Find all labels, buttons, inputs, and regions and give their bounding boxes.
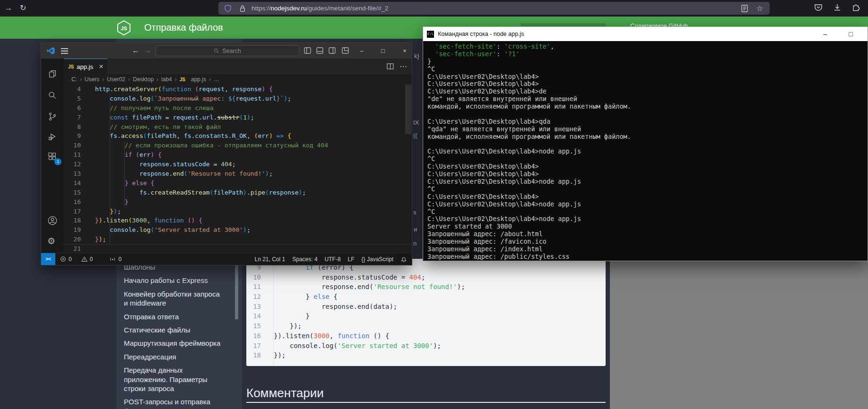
sidebar-item[interactable]: Передача данных приложению. Параметры ст…: [124, 366, 221, 393]
terminal-output[interactable]: 'sec-fetch-site': 'cross-site', 'sec-fet…: [423, 41, 868, 261]
notifications-bell-icon[interactable]: [400, 256, 407, 263]
downloads-icon[interactable]: [833, 3, 842, 12]
token: createServer: [113, 85, 158, 93]
toggle-secondary-sidebar-icon[interactable]: [329, 47, 336, 54]
sidebar-item[interactable]: Переадресация: [124, 352, 221, 361]
language-mode[interactable]: {} JavaScript: [362, 256, 393, 263]
code-line: if (err) {: [95, 150, 328, 160]
terminal-text: C:\Users\User02\Desktop\lab4>: [427, 73, 539, 80]
minimize-button[interactable]: –: [815, 27, 836, 41]
explorer-icon[interactable]: [47, 69, 58, 79]
nav-forward-icon[interactable]: →: [144, 46, 152, 55]
token: =>: [277, 132, 284, 139]
line-number: 17: [64, 207, 81, 216]
breadcrumb-item[interactable]: Users: [85, 76, 99, 83]
code-line: // получаем путь после слеша: [95, 103, 328, 113]
tab-close-icon[interactable]: ✕: [99, 63, 104, 70]
minimap-line: [374, 105, 403, 106]
sidebar-item[interactable]: Отправка ответа: [124, 312, 221, 321]
account-icon[interactable]: [47, 215, 58, 226]
breadcrumb-item[interactable]: lab4: [161, 76, 172, 83]
breadcrumb-item[interactable]: …: [214, 76, 219, 83]
lock-icon[interactable]: [239, 5, 246, 12]
text-fragment: IX: [413, 119, 419, 126]
toggle-sidebar-icon[interactable]: [304, 47, 311, 54]
terminal-text: C:\Users\User02\Desktop\lab4>node app.js: [427, 147, 581, 155]
split-editor-icon[interactable]: [387, 63, 394, 69]
line-number: 13: [246, 302, 267, 312]
bookmark-star-icon[interactable]: ☆: [756, 4, 763, 13]
warning-count[interactable]: 0: [90, 256, 93, 263]
command-center-search[interactable]: Search: [156, 45, 299, 56]
nav-forward-icon[interactable]: →: [5, 3, 12, 13]
minimap-line: [374, 87, 403, 88]
source-control-icon[interactable]: [47, 111, 58, 122]
breadcrumb-item[interactable]: User02: [107, 76, 125, 83]
reload-icon[interactable]: ↻: [20, 3, 26, 13]
toggle-panel-icon[interactable]: [316, 47, 323, 54]
sidebar-item[interactable]: Статические файлы: [124, 325, 221, 334]
customize-layout-icon[interactable]: [342, 47, 349, 54]
token: fs: [184, 132, 191, 139]
token: err: [258, 132, 269, 139]
text-fragment: s: [413, 209, 417, 216]
terminal-text: C:\Users\User02\Desktop\lab4>: [427, 170, 539, 178]
url-bar[interactable]: https://nodejsdev.ru/guides/metanit/send…: [218, 2, 770, 15]
breadcrumb-item[interactable]: Desktop: [133, 76, 154, 83]
reader-view-icon[interactable]: [741, 5, 748, 12]
sidebar-item[interactable]: Начало работы с Express: [124, 276, 221, 285]
cmd-window-title: Командная строка - node app.js: [438, 31, 524, 37]
terminal-line: командой, исполняемой программой или пак…: [427, 103, 863, 111]
token: 3000: [132, 217, 147, 224]
terminal-line: Запрошенный адрес: /index.html: [427, 246, 863, 253]
tab-appjs[interactable]: JS app.js ✕: [64, 59, 107, 74]
minimap[interactable]: [374, 87, 403, 117]
cmd-titlebar[interactable]: C:\ Командная строка - node app.js – □: [423, 27, 868, 41]
menu-icon[interactable]: [61, 48, 68, 55]
breadcrumb[interactable]: C:›Users›User02›Desktop›lab4›JSapp.js›…: [64, 74, 412, 85]
token: response: [139, 170, 169, 177]
cursor-position[interactable]: Ln 21, Col 1: [255, 256, 286, 263]
line-number: 20: [64, 235, 81, 244]
sidebar-item[interactable]: Маршрутизация фреймворка: [124, 339, 221, 348]
vscode-titlebar[interactable]: ← → Search – □ ×: [41, 43, 412, 59]
ports-count[interactable]: 0: [118, 256, 122, 263]
pocket-icon[interactable]: [814, 3, 823, 12]
eol-sequence[interactable]: LF: [348, 256, 355, 263]
remote-indicator[interactable]: ><: [41, 253, 55, 265]
error-count[interactable]: 0: [69, 256, 72, 263]
run-debug-icon[interactable]: [47, 132, 58, 142]
token: [195, 217, 199, 224]
tracking-shield-icon[interactable]: [224, 5, 232, 12]
code-lines: http.createServer(function (request, res…: [95, 85, 328, 253]
indentation[interactable]: Spaces: 4: [292, 256, 317, 263]
token: }: [110, 208, 113, 215]
sidebar-scrollbar[interactable]: [235, 260, 238, 319]
code-editor[interactable]: 456789101112131415161718192021 http.crea…: [64, 85, 412, 253]
sidebar-item[interactable]: POST-запросы и отправка форм: [124, 397, 221, 409]
code-line: http.createServer(function (request, res…: [95, 85, 328, 94]
article-code-line: 16}).listen(3000, function () {: [246, 331, 606, 341]
minimize-button[interactable]: –: [355, 43, 369, 59]
maximize-button[interactable]: □: [840, 27, 861, 41]
maximize-button[interactable]: □: [376, 43, 390, 59]
token: const: [110, 114, 128, 121]
editor-scrollbar[interactable]: [405, 85, 411, 134]
code-line: response.statusCode = 404;: [95, 160, 328, 169]
extensions-puzzle-icon[interactable]: [852, 3, 860, 12]
nav-back-icon[interactable]: ←: [132, 46, 139, 55]
token: ): [269, 132, 273, 139]
token: ;: [287, 95, 291, 102]
more-actions-icon[interactable]: ⋯: [399, 62, 407, 71]
terminal-text: ^C: [427, 185, 435, 193]
search-icon[interactable]: [47, 90, 58, 101]
close-button[interactable]: ×: [398, 43, 412, 59]
breadcrumb-item[interactable]: app.js: [191, 76, 206, 83]
settings-gear-icon[interactable]: ⚙: [47, 236, 55, 247]
token: response: [232, 85, 262, 93]
sidebar-item[interactable]: Конвейер обработки запроса и middleware: [124, 290, 221, 308]
terminal-text: C:\Users\User02\Desktop\lab4>: [427, 80, 539, 87]
encoding[interactable]: UTF-8: [325, 256, 341, 263]
article-code-line: 12 } else {: [246, 292, 606, 302]
breadcrumb-item[interactable]: C:: [71, 76, 77, 83]
